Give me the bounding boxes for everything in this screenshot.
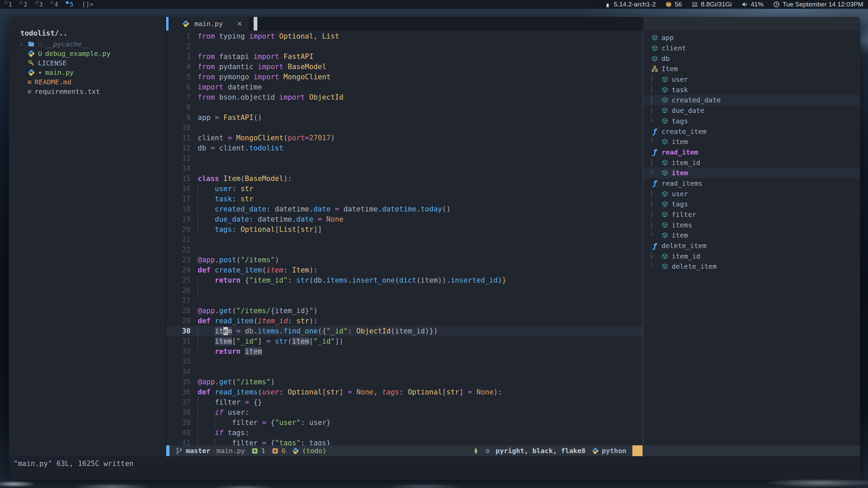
file-name: requirements.txt: [35, 87, 100, 96]
close-icon[interactable]: ×: [237, 19, 242, 28]
system-status-item: Tue September 14 12:03PM: [773, 1, 863, 8]
code-token: import: [253, 53, 283, 61]
code-line-10[interactable]: 10: [166, 123, 643, 133]
code-line-3[interactable]: 3from fastapi import FastAPI: [166, 52, 643, 62]
code-line-33[interactable]: 33: [166, 357, 643, 367]
code-line-28[interactable]: 28@app.get("/items/{item_id}"): [166, 306, 643, 316]
code-line-36[interactable]: 36def read_items(user: Optional[str] = N…: [166, 387, 643, 397]
outline-row-item[interactable]: └item: [643, 230, 860, 241]
outline-row-tags[interactable]: ├tags: [643, 199, 860, 209]
code-token: from: [198, 73, 219, 81]
tree-connector: ├: [648, 86, 658, 94]
code-line-26[interactable]: 26▏: [166, 285, 643, 296]
tab-main-py[interactable]: main.py ×: [169, 17, 249, 30]
outline-row-task[interactable]: ├task: [643, 84, 860, 95]
code-line-20[interactable]: 20▏ tags: Optional[List[str]]: [166, 224, 643, 235]
workspace-button-4[interactable]: 4: [51, 1, 58, 8]
code-token: [232, 327, 236, 335]
code-line-11[interactable]: 11client = MongoClient(port=27017): [166, 133, 643, 143]
code-line-18[interactable]: 18▏ created_date: datetime.date = dateti…: [166, 204, 643, 214]
code-line-25[interactable]: 25▏ return {"item_id": str(db.items.inse…: [166, 275, 643, 285]
outline-row-delete_item[interactable]: └delete_item: [643, 261, 860, 272]
code-line-8[interactable]: 8: [166, 102, 643, 113]
outline-row-create_item[interactable]: ƒcreate_item: [643, 126, 860, 137]
explorer-item-main.py[interactable]: •main.py: [9, 68, 165, 77]
outline-row-client[interactable]: client: [643, 43, 860, 54]
gear-icon: ⚙: [486, 447, 490, 455]
code-token: =: [318, 215, 322, 223]
symbol-label: due_date: [672, 106, 704, 115]
outline-row-due_date[interactable]: ├due_date: [643, 105, 860, 116]
file-explorer[interactable]: todolist/.. ›◌__pycache__Udebug_example.…: [9, 17, 166, 445]
code-token: .: [416, 205, 421, 213]
outline-row-item[interactable]: └item: [643, 137, 860, 147]
workspace-button-3[interactable]: 3: [36, 1, 43, 8]
code-line-12[interactable]: 12db = client.todolist: [166, 143, 643, 153]
code-line-14[interactable]: 14: [166, 163, 643, 174]
explorer-item-LICENSE[interactable]: LICENSE: [9, 58, 165, 68]
code-line-30[interactable]: 30▏ item = db.items.find_one({"_id": Obj…: [166, 326, 643, 336]
code-line-9[interactable]: 9app = FastAPI(): [166, 113, 643, 123]
code-line-4[interactable]: 4from pydantic import BaseModel: [166, 62, 643, 72]
code-token: if: [215, 408, 223, 416]
outline-row-read_items[interactable]: ƒread_items: [643, 178, 860, 189]
code-line-27[interactable]: 27: [166, 296, 643, 306]
code-buffer[interactable]: 1from typing import Optional, List23from…: [166, 30, 643, 445]
outline-row-db[interactable]: db: [643, 53, 860, 64]
code-line-39[interactable]: 39▏ ▏ filter = {"user": user}: [166, 418, 643, 428]
code-token: None: [476, 388, 494, 396]
outline-row-user[interactable]: ├user: [643, 74, 860, 85]
outline-row-app[interactable]: app: [643, 33, 860, 43]
explorer-item-README.md[interactable]: ≡README.md: [9, 77, 165, 87]
symbols-outline[interactable]: appclientdbItem├user├task├created_date├d…: [643, 30, 860, 445]
code-line-24[interactable]: 24def create_item(item: Item):: [166, 265, 643, 275]
symbol-variable-icon: [662, 159, 668, 166]
code-line-1[interactable]: 1from typing import Optional, List: [166, 31, 643, 41]
explorer-item-debug_example.py[interactable]: Udebug_example.py: [9, 49, 165, 58]
outline-row-items[interactable]: ├items: [643, 220, 860, 230]
code-token: {item_id}: [271, 307, 309, 315]
code-line-15[interactable]: 15class Item(BaseModel):: [166, 174, 643, 184]
code-line-35[interactable]: 35@app.get("/items"): [166, 377, 643, 387]
code-line-13[interactable]: 13: [166, 153, 643, 163]
code-line-22[interactable]: 22: [166, 245, 643, 255]
workspace-button-1[interactable]: 1: [5, 1, 12, 8]
outline-row-item[interactable]: └item: [643, 168, 860, 178]
code-line-40[interactable]: 40▏ if tags:: [166, 428, 643, 438]
outline-row-item_id[interactable]: ├item_id: [643, 251, 860, 261]
workspace-button-2[interactable]: 2: [20, 1, 27, 8]
code-line-38[interactable]: 38▏ if user:: [166, 407, 643, 418]
explorer-item-requirements.txt[interactable]: ≡requirements.txt: [9, 87, 165, 96]
outline-row-delete_item[interactable]: ƒdelete_item: [643, 241, 860, 251]
code-line-17[interactable]: 17▏ task: str: [166, 194, 643, 204]
code-token: get: [219, 307, 232, 315]
code-line-37[interactable]: 37▏ filter = {}: [166, 397, 643, 407]
outline-row-tags[interactable]: └tags: [643, 116, 860, 126]
tree-connector: ├: [648, 106, 658, 115]
code-line-6[interactable]: 6import datetime: [166, 82, 643, 92]
code-token: List: [322, 32, 339, 40]
code-line-7[interactable]: 7from bson.objectid import ObjectId: [166, 92, 643, 102]
explorer-item-__pycache__[interactable]: ›◌__pycache__: [9, 39, 165, 49]
code-line-5[interactable]: 5from pymongo import MongoClient: [166, 72, 643, 82]
code-line-19[interactable]: 19▏ due_date: datetime.date = None: [166, 214, 643, 224]
symbol-variable-icon: [662, 76, 668, 83]
code-line-31[interactable]: 31▏ item["_id"] = str(item["_id"]): [166, 336, 643, 346]
code-line-23[interactable]: 23@app.post("/items"): [166, 255, 643, 265]
code-line-32[interactable]: 32▏ return item: [166, 346, 643, 357]
code-token: ): [271, 378, 275, 386]
outline-row-item_id[interactable]: ├item_id: [643, 157, 860, 168]
code-line-29[interactable]: 29def read_item(item_id: str):: [166, 316, 643, 326]
code-line-16[interactable]: 16▏ user: str: [166, 184, 643, 194]
code-line-21[interactable]: 21: [166, 235, 643, 245]
symbol-variable-icon: [662, 211, 668, 218]
outline-row-read_item[interactable]: ƒread_item: [643, 147, 860, 158]
workspace-button-5[interactable]: 5: [66, 1, 73, 8]
outline-row-Item[interactable]: Item: [643, 64, 860, 74]
code-line-2[interactable]: 2: [166, 41, 643, 52]
code-line-34[interactable]: 34: [166, 367, 643, 377]
line-number: 31: [166, 336, 191, 346]
outline-row-created_date[interactable]: ├created_date: [643, 95, 860, 105]
outline-row-user[interactable]: ├user: [643, 188, 860, 199]
outline-row-filter[interactable]: ├filter: [643, 209, 860, 220]
